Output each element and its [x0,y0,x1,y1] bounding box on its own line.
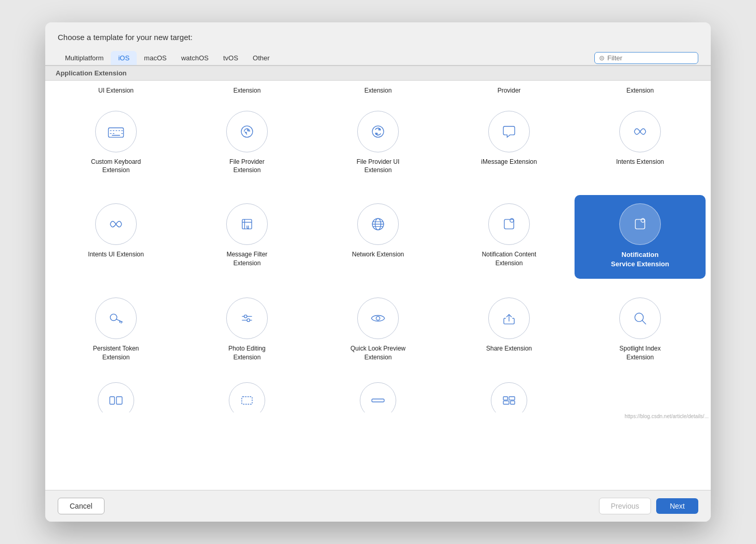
persistent-token-icon-wrap [95,297,137,339]
spotlight-label: Spotlight Index Extension [609,344,671,361]
item-file-provider[interactable]: File Provider Extension [181,102,312,185]
notification-service-label: Notification Service Extension [609,250,671,268]
item-share[interactable]: Share Extension [444,289,575,371]
notification-content-icon [499,214,519,235]
partial-item-a[interactable] [50,382,181,412]
partial-label-3: Extension [312,81,444,97]
cancel-button[interactable]: Cancel [58,498,105,514]
notification-content-icon-wrap [488,203,530,245]
intents-ui-label: Intents UI Extension [88,250,144,258]
svg-point-23 [641,218,645,222]
item-network[interactable]: Network Extension [312,195,444,279]
network-icon [368,214,388,235]
tab-other[interactable]: Other [245,51,277,65]
filter-input[interactable] [607,54,694,62]
photo-editing-icon-wrap [226,297,268,339]
svg-point-34 [635,313,643,321]
persistent-token-label: Persistent Token Extension [85,344,147,361]
item-message-filter[interactable]: Message Filter Extension [181,195,312,279]
section-header: Application Extension [45,66,711,81]
svg-point-31 [247,319,250,321]
imessage-icon [499,121,519,142]
item-photo-editing[interactable]: Photo Editing Extension [181,289,312,371]
tab-tvos[interactable]: tvOS [216,51,245,65]
share-icon [499,308,519,329]
partial-label-1: UI Extension [50,81,181,97]
content-area: Application Extension UI Extension Exten… [45,66,711,490]
spotlight-icon-wrap [619,297,661,339]
svg-rect-43 [511,401,515,404]
partial-item-d[interactable] [444,382,575,412]
file-provider-ui-icon-wrap [357,111,399,152]
svg-rect-42 [503,401,509,404]
photo-editing-label: Photo Editing Extension [216,344,278,361]
item-imessage[interactable]: iMessage Extension [444,102,575,185]
partial-item-c[interactable] [312,382,444,412]
share-label: Share Extension [486,344,532,353]
footer-right: Previous Next [599,498,698,514]
custom-keyboard-label: Custom Keyboard Extension [85,158,147,174]
watermark: https://blog.csdn.net/article/details/..… [45,412,711,420]
svg-line-35 [643,321,646,324]
partial-label-2: Extension [181,81,312,97]
items-row2: Intents UI Extension Message Filter Exte… [45,190,711,284]
svg-rect-22 [635,219,645,229]
file-provider-ui-label: File Provider UI Extension [347,158,409,174]
svg-point-10 [241,126,253,137]
file-provider-icon-wrap [226,111,268,152]
svg-rect-41 [509,397,515,400]
notification-service-icon [630,214,650,235]
file-provider-icon [237,121,257,142]
dialog: Choose a template for your new target: M… [45,22,711,522]
message-filter-icon-wrap [226,203,268,245]
tab-ios[interactable]: iOS [111,51,137,65]
search-icon [630,308,650,329]
partial-label-4: Provider [444,81,575,97]
item-notification-content[interactable]: Notification Content Extension [444,195,575,279]
filter-wrap: ⊜ [594,52,698,64]
svg-point-24 [110,314,117,321]
item-custom-keyboard[interactable]: Custom Keyboard Extension [50,102,181,185]
svg-point-21 [510,218,514,222]
eye-icon [368,308,388,329]
items-row3: Persistent Token Extension Photo Editing… [45,284,711,377]
quick-look-icon-wrap [357,297,399,339]
file-provider-label: File Provider Extension [216,158,278,174]
network-icon-wrap [357,203,399,245]
intents-icon [630,121,650,142]
svg-rect-40 [503,397,507,400]
partial-icon-b [229,382,265,412]
item-file-provider-ui[interactable]: File Provider UI Extension [312,102,444,185]
message-filter-icon [237,214,257,235]
share-icon-wrap [488,297,530,339]
tab-macos[interactable]: macOS [137,51,174,65]
item-quick-look[interactable]: Quick Look Preview Extension [312,289,444,371]
svg-rect-38 [242,397,252,405]
dialog-title: Choose a template for your new target: [58,33,698,42]
intents-icon-wrap [619,111,661,152]
svg-point-32 [376,317,380,320]
sliders-icon [237,308,257,329]
item-spotlight[interactable]: Spotlight Index Extension [575,289,706,371]
item-notification-service[interactable]: Notification Service Extension [575,195,706,279]
imessage-label: iMessage Extension [481,158,537,166]
template-icon [237,390,257,411]
tab-watchos[interactable]: watchOS [174,51,216,65]
tab-multiplatform[interactable]: Multiplatform [58,51,111,65]
item-intents-ui[interactable]: Intents UI Extension [50,195,181,279]
item-persistent-token[interactable]: Persistent Token Extension [50,289,181,371]
partial-item-b[interactable] [181,382,312,412]
intents-ui-icon [106,214,126,235]
next-button[interactable]: Next [656,498,698,514]
item-intents[interactable]: Intents Extension [575,102,706,185]
svg-rect-37 [116,397,122,405]
custom-keyboard-icon-wrap [95,111,137,152]
dialog-header: Choose a template for your new target: [45,22,711,47]
grid-icon [499,390,519,411]
svg-rect-36 [110,397,114,405]
keyboard-icon [106,121,126,142]
network-label: Network Extension [352,250,404,258]
svg-rect-20 [504,219,514,229]
partial-icon-a [98,382,134,412]
message-filter-label: Message Filter Extension [216,250,278,267]
